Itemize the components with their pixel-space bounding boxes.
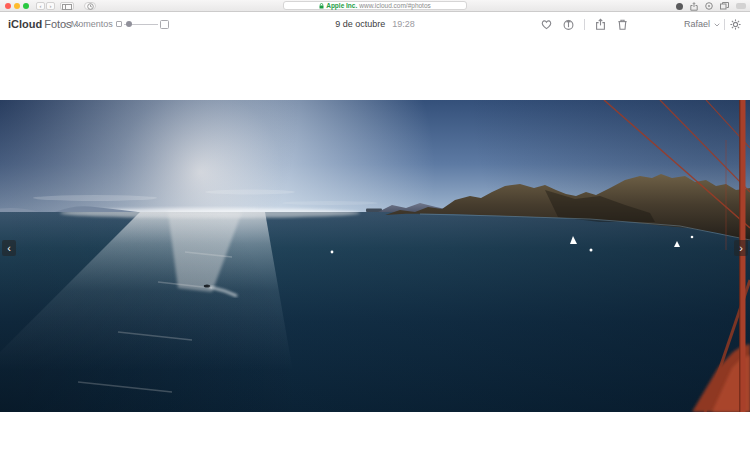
photo-actions bbox=[540, 13, 629, 35]
verified-site-label: Apple Inc. bbox=[326, 2, 357, 9]
tab-overview-icon[interactable] bbox=[720, 2, 729, 10]
photo-date-label: 9 de octubre bbox=[335, 19, 385, 29]
reading-list-icon[interactable] bbox=[705, 2, 713, 10]
sidebar-icon[interactable] bbox=[60, 2, 74, 10]
extension-icon[interactable] bbox=[676, 3, 683, 10]
brand-icloud: iCloud bbox=[8, 18, 42, 30]
panorama-photo: ‹ › bbox=[0, 100, 750, 412]
photo-time-label: 19:28 bbox=[392, 19, 415, 29]
previous-photo-button[interactable]: ‹ bbox=[2, 240, 16, 256]
thumbnail-size-slider bbox=[116, 13, 169, 35]
minimize-window-button[interactable] bbox=[14, 3, 20, 9]
panorama-image bbox=[0, 100, 750, 412]
browser-window: ‹ › Apple Inc. www.icloud.com/#photos bbox=[0, 0, 750, 458]
history-icon[interactable] bbox=[84, 2, 96, 10]
account-menu: Rafael bbox=[684, 13, 742, 35]
window-edge-button[interactable] bbox=[736, 3, 746, 9]
cloud-upload-icon[interactable] bbox=[562, 18, 575, 31]
toolbar-separator bbox=[584, 19, 585, 30]
chevron-down-icon[interactable] bbox=[714, 23, 720, 27]
toolbar-separator bbox=[724, 19, 725, 30]
next-photo-button[interactable]: › bbox=[734, 240, 748, 256]
browser-forward-button[interactable]: › bbox=[46, 2, 55, 10]
gear-icon[interactable] bbox=[729, 18, 742, 31]
chrome-right-buttons bbox=[676, 1, 746, 11]
lock-icon bbox=[319, 3, 324, 9]
back-link-label: Momentos bbox=[71, 19, 113, 29]
small-thumbnails-icon[interactable] bbox=[116, 21, 122, 27]
trash-icon[interactable] bbox=[616, 18, 629, 31]
browser-share-icon[interactable] bbox=[690, 2, 698, 11]
heart-icon[interactable] bbox=[540, 18, 553, 31]
address-bar[interactable]: Apple Inc. www.icloud.com/#photos bbox=[283, 1, 467, 10]
browser-back-button[interactable]: ‹ bbox=[36, 2, 45, 10]
url-text: www.icloud.com/#photos bbox=[359, 2, 431, 9]
user-name-label[interactable]: Rafael bbox=[684, 19, 710, 29]
browser-chrome: ‹ › Apple Inc. www.icloud.com/#photos bbox=[0, 0, 750, 12]
large-thumbnails-icon[interactable] bbox=[160, 20, 169, 29]
chevron-left-icon: ‹ bbox=[64, 20, 68, 29]
icloud-photos-toolbar: iCloudFotos ‹ Momentos 9 de octubre 19:2… bbox=[0, 13, 750, 35]
slider-knob[interactable] bbox=[126, 21, 132, 27]
share-icon[interactable] bbox=[594, 18, 607, 31]
slider-track[interactable] bbox=[124, 24, 158, 25]
back-to-moments-link[interactable]: ‹ Momentos bbox=[64, 13, 113, 35]
zoom-window-button[interactable] bbox=[23, 3, 29, 9]
close-window-button[interactable] bbox=[5, 3, 11, 9]
